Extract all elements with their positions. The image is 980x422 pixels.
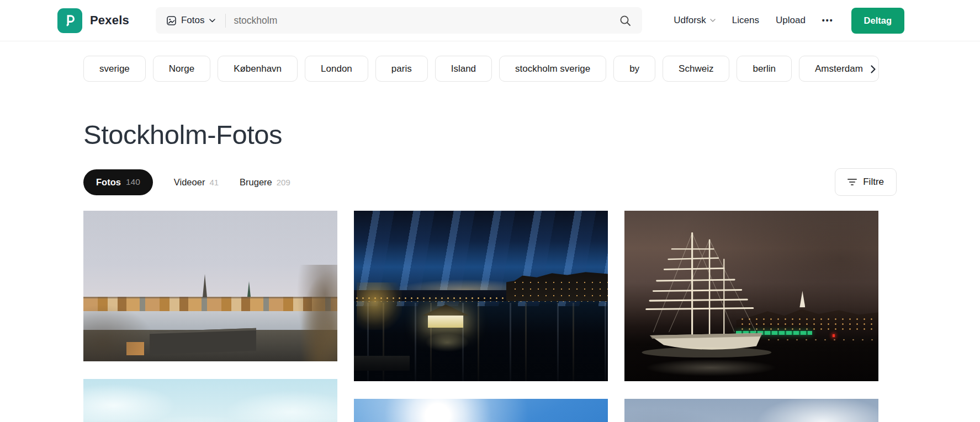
join-button[interactable]: Deltag <box>851 8 904 34</box>
header-nav: Udforsk Licens Upload ••• Deltag <box>674 8 904 34</box>
nav-license[interactable]: Licens <box>732 15 759 26</box>
chevron-down-icon <box>209 19 215 23</box>
related-search-pill[interactable]: Schweiz <box>663 56 729 82</box>
chevron-down-icon <box>710 19 716 22</box>
search-bar: Fotos <box>156 7 642 34</box>
tab-videos-label: Videoer <box>174 177 205 188</box>
photo-grid <box>83 211 897 422</box>
photo-column <box>354 211 608 422</box>
image-icon <box>167 16 176 25</box>
photo-thumbnail[interactable] <box>354 211 608 381</box>
related-search-pill[interactable]: sverige <box>83 56 146 82</box>
search-category-label: Fotos <box>181 15 205 26</box>
related-search-pill[interactable]: berlin <box>737 56 792 82</box>
photo-thumbnail[interactable] <box>354 399 608 422</box>
tab-users-label: Brugere <box>240 177 272 188</box>
nav-explore[interactable]: Udforsk <box>674 15 716 26</box>
chevron-right-icon[interactable] <box>867 63 879 75</box>
tab-photos-count: 140 <box>126 177 140 187</box>
filter-lines-icon <box>847 179 857 185</box>
related-search-pill[interactable]: by <box>613 56 655 82</box>
related-search-pill[interactable]: paris <box>375 56 428 82</box>
pexels-logo[interactable]: Pexels <box>57 8 129 33</box>
tab-users[interactable]: Brugere 209 <box>240 177 290 188</box>
search-divider <box>225 14 226 28</box>
search-button[interactable] <box>617 13 633 29</box>
related-search-pill[interactable]: København <box>218 56 298 82</box>
page-title: Stockholm-Fotos <box>83 119 980 150</box>
photo-column <box>83 211 337 422</box>
related-search-pill[interactable]: Island <box>435 56 492 82</box>
tab-photos[interactable]: Fotos 140 <box>83 169 153 195</box>
related-search-pill[interactable]: London <box>305 56 368 82</box>
photo-thumbnail[interactable] <box>83 211 337 361</box>
nav-explore-label: Udforsk <box>674 15 706 26</box>
tab-videos[interactable]: Videoer 41 <box>174 177 219 188</box>
logo-wordmark: Pexels <box>90 13 129 28</box>
related-searches-track: sverige Norge København London paris Isl… <box>83 56 879 82</box>
filter-button[interactable]: Filtre <box>835 168 897 196</box>
photo-thumbnail[interactable] <box>624 399 878 422</box>
result-tabs: Fotos 140 Videoer 41 Brugere 209 <box>83 169 290 195</box>
results-toolbar: Fotos 140 Videoer 41 Brugere 209 Filtre <box>83 168 897 196</box>
nav-upload-label: Upload <box>776 15 806 26</box>
site-header: Pexels Fotos <box>0 0 980 41</box>
related-search-pill[interactable]: Norge <box>153 56 210 82</box>
photo-thumbnail[interactable] <box>624 211 878 381</box>
filter-button-label: Filtre <box>863 177 884 188</box>
tab-videos-count: 41 <box>209 178 219 187</box>
nav-license-label: Licens <box>732 15 759 26</box>
nav-upload[interactable]: Upload <box>776 15 806 26</box>
search-category-dropdown[interactable]: Fotos <box>165 15 219 26</box>
photo-thumbnail[interactable] <box>83 379 337 422</box>
related-search-pill[interactable]: stockholm sverige <box>499 56 606 82</box>
tall-ship-illustration <box>637 223 782 359</box>
photo-column <box>624 211 878 422</box>
more-menu-ellipsis-icon[interactable]: ••• <box>822 16 834 25</box>
related-searches-row: sverige Norge København London paris Isl… <box>83 56 893 83</box>
pexels-logo-icon <box>57 8 82 33</box>
tab-photos-label: Fotos <box>96 177 121 188</box>
search-input[interactable] <box>234 15 617 26</box>
tab-users-count: 209 <box>277 178 290 187</box>
search-icon <box>619 15 631 26</box>
